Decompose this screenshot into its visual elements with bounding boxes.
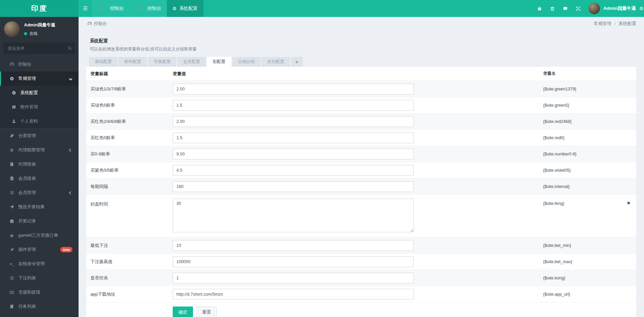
add-group-tab[interactable]: +: [291, 57, 303, 67]
search-icon[interactable]: [67, 46, 72, 50]
sidebar-item-agent-report[interactable]: 代理报表: [0, 157, 79, 171]
comment-icon: [563, 6, 568, 11]
message-button[interactable]: [559, 6, 572, 11]
config-value-input[interactable]: [173, 165, 414, 176]
var-title: 每期间隔: [86, 184, 173, 190]
var-name: {$site.number0-9}: [543, 152, 621, 156]
header-user-name[interactable]: Admin我最牛逼: [603, 5, 636, 12]
var-name: {$site.bet_max}: [543, 259, 621, 264]
user-avatar[interactable]: [588, 3, 600, 14]
sidebar-item-attachments[interactable]: 附件管理: [0, 100, 79, 114]
var-title: app下载地址: [86, 291, 173, 297]
config-panel: 系统配置 可以在此增改系统的变量和分组,也可以自定义分组和变量 基础配置 邮件配…: [86, 30, 636, 317]
config-value-input[interactable]: [173, 100, 414, 111]
sidebar-item-preset-result[interactable]: 预设开奖结果: [0, 200, 79, 214]
config-value-input[interactable]: [173, 84, 414, 94]
sidebar-item-draw-record[interactable]: 开奖记录: [0, 214, 79, 228]
config-value-input[interactable]: [173, 256, 414, 267]
config-value-input[interactable]: [173, 181, 414, 192]
config-value-input[interactable]: [173, 132, 414, 143]
sidebar-item-agent-auth[interactable]: 代理权限管理: [0, 143, 79, 157]
gauge-icon: [8, 62, 15, 67]
sidebar-item-dashboard[interactable]: 控制台: [0, 57, 79, 71]
breadcrumb-path: 常规管理 / 系统配置: [594, 21, 636, 27]
sidebar-item-bet-list[interactable]: 下注列表: [0, 271, 79, 285]
sidebar-submenu: ⚙ 系统配置 附件管理 个人资料: [0, 86, 79, 128]
sidebar-user-name: Admin我最牛逼: [24, 22, 55, 28]
sidebar-item-task-list[interactable]: 任务列表: [0, 299, 79, 314]
tab-dict-config[interactable]: 字典配置: [148, 57, 176, 67]
topnav-tab-label: 控制台: [110, 5, 124, 12]
tab-lottery-config[interactable]: 彩配置: [207, 57, 231, 67]
sidebar-item-online-command[interactable]: >_ 在线命令管理: [0, 257, 79, 271]
home-button[interactable]: [533, 6, 546, 11]
sidebar: Admin我最牛逼 在线 控制台 ⚙ 常规管理 ⚙ 系统配置: [0, 17, 79, 317]
picture-icon: [10, 105, 17, 109]
clear-cache-button[interactable]: [546, 6, 559, 11]
sidebar-toggle-button[interactable]: ☰: [79, 0, 92, 17]
topnav-tab-dashboard-2[interactable]: 控制台: [130, 0, 167, 17]
breadcrumb: 控制台 常规管理 / 系统配置: [79, 17, 644, 30]
sidebar-item-deposit-withdraw[interactable]: 充值和提现: [0, 285, 79, 299]
config-value-input[interactable]: [173, 240, 414, 251]
sidebar-item-plugins[interactable]: 插件管理 new: [0, 242, 79, 257]
gauge-icon: [86, 21, 93, 26]
tab-example-group[interactable]: 示例分组: [232, 57, 261, 67]
tab-mail-config[interactable]: 邮件配置: [119, 57, 147, 67]
var-name: {$site.red2468}: [543, 119, 621, 124]
submit-button[interactable]: 确定: [173, 307, 193, 317]
var-name: {$site.feng}: [543, 198, 621, 206]
topbar-right: Admin我最牛逼 ⚙: [533, 0, 644, 17]
online-dot-icon: [24, 32, 27, 35]
fullscreen-button[interactable]: [572, 6, 584, 11]
config-value-input[interactable]: [173, 273, 414, 283]
breadcrumb-separator: /: [614, 21, 616, 26]
tab-member-config[interactable]: 会员配置: [177, 57, 206, 67]
delete-variable-icon[interactable]: ✖: [627, 201, 630, 206]
tab-pay-config[interactable]: 支付配置: [262, 57, 290, 67]
chevron-left-icon: [69, 148, 72, 152]
config-value-input[interactable]: [173, 289, 414, 300]
breadcrumb-left: 控制台: [94, 21, 107, 27]
sidebar-user-panel: Admin我最牛逼 在线: [0, 17, 79, 42]
gears-icon: ⚙: [8, 76, 15, 81]
sidebar-search: [3, 43, 75, 54]
tab-basic-config[interactable]: 基础配置: [89, 57, 117, 67]
topnav-tab-label: 控制台: [148, 5, 162, 12]
sidebar-item-member-report[interactable]: 会员报表: [0, 171, 79, 186]
sidebar-item-system-config[interactable]: ⚙ 系统配置: [0, 86, 79, 100]
table-row: 每期间隔 {$site.interval}: [86, 178, 636, 195]
sidebar-item-profile[interactable]: 个人资料: [0, 114, 79, 128]
var-title: 买绿色1/3/7/9赔率: [86, 86, 173, 92]
reset-button[interactable]: 重置: [196, 307, 217, 317]
topnav-tab-system-config[interactable]: ⚙ 系统配置: [167, 0, 203, 17]
sidebar-menu: 控制台 ⚙ 常规管理 ⚙ 系统配置 附件管理 个人资料: [0, 57, 79, 314]
menu-search-input[interactable]: [3, 43, 75, 54]
sidebar-group-general: ⚙ 常规管理 ⚙ 系统配置 附件管理 个人资料: [0, 71, 79, 129]
var-name: {$site.green5}: [543, 103, 621, 108]
var-name: {$site.green1379}: [543, 87, 621, 91]
topnav-tab-dashboard-1[interactable]: 控制台: [92, 0, 130, 17]
gear-icon[interactable]: ⚙: [639, 6, 644, 11]
sidebar-item-game6-orders[interactable]: ◈ game6三方充值订单: [0, 228, 79, 242]
table-row: 买红色2/4/6/8赔率 {$site.red2468}: [86, 113, 636, 130]
calendar-check-icon: [8, 219, 15, 224]
gauge-icon: [135, 6, 142, 11]
user-icon: [10, 119, 17, 124]
avatar[interactable]: [4, 21, 20, 37]
table-row: 买0-9赔率 {$site.number0-9}: [86, 146, 636, 162]
table-row: 买绿色1/3/7/9赔率 {$site.green1379}: [86, 81, 636, 97]
var-title: 买紫色0/5赔率: [86, 167, 173, 173]
config-value-input[interactable]: [173, 116, 414, 127]
var-name: {$site.kong}: [543, 276, 621, 280]
main-content: 控制台 常规管理 / 系统配置 系统配置 可以在此增改系统的变量和分组,也可以自…: [79, 17, 644, 317]
sidebar-item-member-manage[interactable]: 会员管理: [0, 186, 79, 200]
config-value-textarea[interactable]: 30: [173, 198, 414, 232]
sidebar-item-category[interactable]: 分类管理: [0, 129, 79, 143]
table-row: 最低下注 {$site.bet_min}: [86, 237, 636, 254]
var-name: {$site.app_url}: [543, 292, 621, 297]
sidebar-item-general-manage[interactable]: ⚙ 常规管理: [0, 71, 79, 86]
list-icon: [8, 190, 15, 195]
book-icon: [8, 304, 15, 309]
config-value-input[interactable]: [173, 149, 414, 160]
